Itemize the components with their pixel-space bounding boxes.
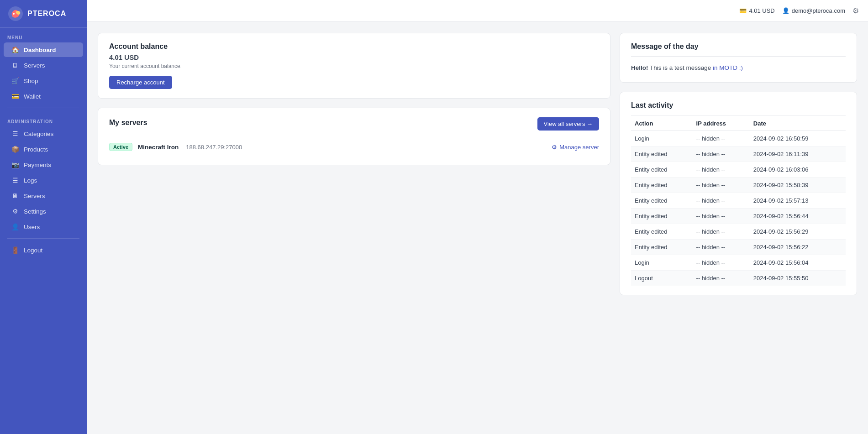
admin-section-label: ADMINISTRATION bbox=[0, 112, 87, 126]
balance-amount: 4.01 USD bbox=[749, 7, 774, 14]
activity-ip: -- hidden -- bbox=[693, 146, 750, 162]
activity-date: 2024-09-02 15:58:39 bbox=[750, 177, 846, 193]
activity-action: Login bbox=[631, 131, 693, 146]
home-icon: 🏠 bbox=[11, 46, 19, 53]
logo-area: PTEROCA bbox=[0, 0, 87, 28]
account-balance-card: Account balance 4.01 USD Your current ac… bbox=[98, 33, 610, 99]
recharge-account-button[interactable]: Recharge account bbox=[109, 76, 172, 89]
activity-date: 2024-09-02 15:56:29 bbox=[750, 224, 846, 239]
col-ip: IP address bbox=[693, 115, 750, 131]
activity-date: 2024-09-02 15:56:04 bbox=[750, 255, 846, 270]
activity-date: 2024-09-02 15:56:44 bbox=[750, 208, 846, 224]
logo-icon bbox=[7, 5, 24, 22]
table-row: Entity edited -- hidden -- 2024-09-02 15… bbox=[631, 193, 846, 208]
table-header-row: Action IP address Date bbox=[631, 115, 846, 131]
col-action: Action bbox=[631, 115, 693, 131]
users-icon: 👤 bbox=[11, 223, 19, 230]
server-ip: 188.68.247.29:27000 bbox=[186, 144, 242, 151]
my-servers-card: My servers View all servers → Active Min… bbox=[98, 108, 610, 165]
server-name: Minecraft Iron bbox=[138, 144, 179, 151]
topbar: 💳 4.01 USD 👤 demo@pteroca.com ⚙ bbox=[87, 0, 868, 22]
categories-icon: ☰ bbox=[11, 130, 19, 137]
activity-ip: -- hidden -- bbox=[693, 239, 750, 255]
table-row: Entity edited -- hidden -- 2024-09-02 15… bbox=[631, 208, 846, 224]
sidebar-item-shop[interactable]: 🛒 Shop bbox=[4, 73, 83, 88]
svg-point-1 bbox=[13, 13, 15, 15]
table-row: Logout -- hidden -- 2024-09-02 15:55:50 bbox=[631, 270, 846, 286]
last-activity-title: Last activity bbox=[631, 101, 846, 115]
sidebar-divider-logout bbox=[7, 238, 79, 239]
last-activity-card: Last activity Action IP address Date Log… bbox=[620, 92, 857, 295]
motd-title: Message of the day bbox=[631, 42, 846, 57]
sidebar-item-servers-admin[interactable]: 🖥 Servers bbox=[4, 188, 83, 203]
manage-server-link[interactable]: ⚙ Manage server bbox=[552, 144, 599, 151]
activity-table-body: Login -- hidden -- 2024-09-02 16:50:59 E… bbox=[631, 131, 846, 286]
products-icon: 📦 bbox=[11, 146, 19, 153]
servers-icon: 🖥 bbox=[11, 62, 19, 69]
activity-date: 2024-09-02 16:50:59 bbox=[750, 131, 846, 146]
sidebar-item-label: Settings bbox=[24, 208, 46, 215]
sidebar-item-products[interactable]: 📦 Products bbox=[4, 142, 83, 157]
main-area: 💳 4.01 USD 👤 demo@pteroca.com ⚙ Account … bbox=[87, 0, 868, 434]
motd-hello: Hello! bbox=[631, 64, 648, 71]
activity-ip: -- hidden -- bbox=[693, 193, 750, 208]
sidebar-item-label: Servers bbox=[24, 193, 45, 199]
sidebar-item-logout[interactable]: 🚪 Logout bbox=[4, 243, 83, 257]
sidebar-item-label: Users bbox=[24, 224, 40, 230]
sidebar-item-payments[interactable]: 📷 Payments bbox=[4, 157, 83, 172]
activity-ip: -- hidden -- bbox=[693, 177, 750, 193]
payments-icon: 📷 bbox=[11, 161, 19, 168]
sidebar-item-settings[interactable]: ⚙ Settings bbox=[4, 204, 83, 219]
gear-icon[interactable]: ⚙ bbox=[852, 6, 859, 15]
activity-action: Entity edited bbox=[631, 162, 693, 177]
view-all-servers-button[interactable]: View all servers → bbox=[537, 117, 599, 131]
table-row: Entity edited -- hidden -- 2024-09-02 15… bbox=[631, 239, 846, 255]
user-email: demo@pteroca.com bbox=[792, 7, 845, 14]
motd-body: This is a test message bbox=[648, 64, 713, 71]
sidebar-item-label: Wallet bbox=[24, 93, 41, 100]
activity-action: Entity edited bbox=[631, 224, 693, 239]
topbar-user[interactable]: 👤 demo@pteroca.com bbox=[782, 7, 845, 14]
sidebar-item-label: Servers bbox=[24, 62, 45, 69]
sidebar-item-users[interactable]: 👤 Users bbox=[4, 220, 83, 234]
motd-card: Message of the day Hello! This is a test… bbox=[620, 33, 857, 83]
sidebar-item-label: Logs bbox=[24, 177, 37, 184]
logs-icon: ☰ bbox=[11, 177, 19, 184]
table-row: Active Minecraft Iron 188.68.247.29:2700… bbox=[109, 138, 599, 156]
activity-action: Entity edited bbox=[631, 146, 693, 162]
user-icon: 👤 bbox=[782, 7, 789, 14]
sidebar-item-label: Categories bbox=[24, 131, 53, 137]
activity-ip: -- hidden -- bbox=[693, 224, 750, 239]
sidebar-item-logs[interactable]: ☰ Logs bbox=[4, 173, 83, 188]
servers-card-header: My servers View all servers → bbox=[109, 117, 599, 131]
table-row: Entity edited -- hidden -- 2024-09-02 15… bbox=[631, 224, 846, 239]
credit-card-icon: 💳 bbox=[739, 7, 747, 14]
sidebar-item-categories[interactable]: ☰ Categories bbox=[4, 126, 83, 141]
motd-link: in MOTD :) bbox=[713, 64, 743, 71]
sidebar-item-label: Shop bbox=[24, 78, 38, 84]
account-balance-title: Account balance bbox=[109, 42, 599, 51]
activity-ip: -- hidden -- bbox=[693, 270, 750, 286]
activity-action: Entity edited bbox=[631, 177, 693, 193]
servers-admin-icon: 🖥 bbox=[11, 192, 19, 199]
status-badge: Active bbox=[109, 143, 132, 151]
activity-ip: -- hidden -- bbox=[693, 162, 750, 177]
wallet-icon: 💳 bbox=[11, 93, 19, 100]
my-servers-title: My servers bbox=[109, 119, 147, 127]
sidebar: PTEROCA MENU 🏠 Dashboard 🖥 Servers 🛒 Sho… bbox=[0, 0, 87, 434]
gear-icon: ⚙ bbox=[552, 144, 557, 151]
table-row: Login -- hidden -- 2024-09-02 15:56:04 bbox=[631, 255, 846, 270]
menu-section-label: MENU bbox=[0, 28, 87, 42]
table-row: Entity edited -- hidden -- 2024-09-02 15… bbox=[631, 177, 846, 193]
sidebar-item-dashboard[interactable]: 🏠 Dashboard bbox=[4, 42, 83, 57]
col-date: Date bbox=[750, 115, 846, 131]
activity-date: 2024-09-02 15:57:13 bbox=[750, 193, 846, 208]
balance-amount: 4.01 USD bbox=[109, 53, 599, 61]
logout-icon: 🚪 bbox=[11, 246, 19, 254]
table-row: Entity edited -- hidden -- 2024-09-02 16… bbox=[631, 162, 846, 177]
sidebar-item-wallet[interactable]: 💳 Wallet bbox=[4, 89, 83, 104]
sidebar-item-servers[interactable]: 🖥 Servers bbox=[4, 58, 83, 73]
activity-action: Entity edited bbox=[631, 239, 693, 255]
activity-date: 2024-09-02 16:03:06 bbox=[750, 162, 846, 177]
activity-ip: -- hidden -- bbox=[693, 208, 750, 224]
